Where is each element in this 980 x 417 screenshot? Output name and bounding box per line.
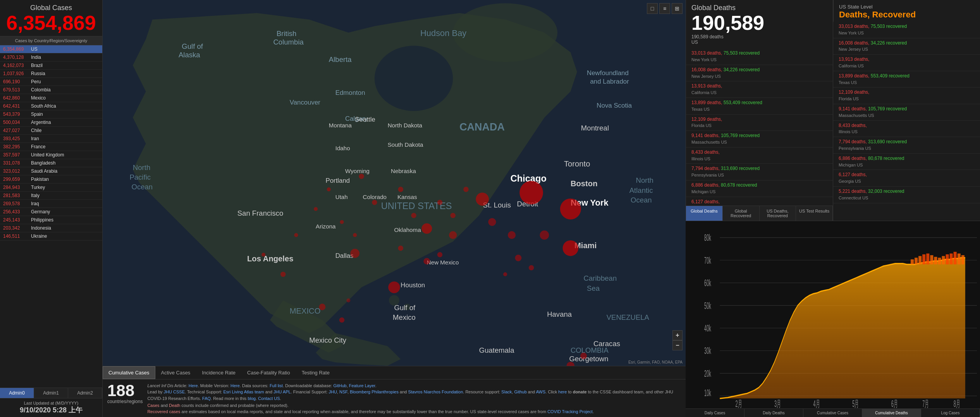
state-list-item[interactable]: 8,433 deaths, Illinois US <box>686 148 833 164</box>
tab-case-fatality[interactable]: Case-Fatality Ratio <box>241 366 296 379</box>
map-view-btn-3[interactable]: ⊞ <box>672 3 683 14</box>
right-tab-global-recovered[interactable]: Global Recovered <box>723 206 760 221</box>
svg-text:Hudson Bay: Hudson Bay <box>420 28 466 38</box>
cases-list-item[interactable]: 284,943Turkey <box>0 184 102 192</box>
svg-point-68 <box>563 240 578 256</box>
cases-list-item[interactable]: 642,860Mexico <box>0 94 102 102</box>
us-state-list-item[interactable]: 7,794 deaths, 313,690 recoveredPennsylva… <box>833 137 980 154</box>
svg-point-1 <box>453 3 557 62</box>
cases-list-item[interactable]: 357,597United Kingdom <box>0 151 102 159</box>
zoom-out-button[interactable]: − <box>672 340 683 350</box>
tab-incidence-rate[interactable]: Incidence Rate <box>196 366 241 379</box>
cases-list-item[interactable]: 269,578Iraq <box>0 200 102 208</box>
us-state-list-item[interactable]: 9,141 deaths, 105,769 recoveredMassachus… <box>833 104 980 121</box>
map-view-btn-1[interactable]: □ <box>647 3 658 14</box>
svg-point-74 <box>488 218 496 226</box>
right-tab-us-test[interactable]: US Test Results <box>796 206 833 221</box>
svg-text:Georgetown: Georgetown <box>569 355 609 363</box>
us-state-list-item[interactable]: 5,221 deaths, 32,003 recoveredConnecticu… <box>833 187 980 203</box>
state-list-item[interactable]: 6,886 deaths, 80,678 recoveredMichigan U… <box>686 180 833 197</box>
cases-list-item[interactable]: 382,295France <box>0 143 102 151</box>
svg-text:Vancouver: Vancouver <box>290 99 321 106</box>
svg-text:Nova Scotia: Nova Scotia <box>597 102 632 109</box>
cases-list-item[interactable]: 323,012Saudi Arabia <box>0 167 102 175</box>
cases-list-item[interactable]: 1,037,926Russia <box>0 70 102 78</box>
svg-text:Montreal: Montreal <box>581 124 609 132</box>
svg-text:Montana: Montana <box>329 122 352 129</box>
svg-text:Arizona: Arizona <box>316 223 336 230</box>
us-state-list-item[interactable]: 16,008 deaths, 34,226 recoveredNew Jerse… <box>833 38 980 55</box>
chart-tab-daily-cases[interactable]: Daily Cases <box>686 409 744 417</box>
cases-list-item[interactable]: 500,034Argentina <box>0 118 102 127</box>
right-tabs: Global Deaths Global Recovered US Deaths… <box>686 206 833 221</box>
state-list-item[interactable]: 16,008 deaths, 34,226 recoveredNew Jerse… <box>686 65 833 82</box>
svg-point-87 <box>314 207 318 211</box>
map-attribution: Esri, Garmin, FAO, NOAA, EPA <box>628 360 683 364</box>
svg-text:2月: 2月 <box>735 398 742 408</box>
us-state-list-item[interactable]: 8,433 deaths, Illinois US <box>833 121 980 137</box>
cases-list-item[interactable]: 393,425Iran <box>0 135 102 143</box>
svg-point-79 <box>398 187 403 192</box>
svg-point-98 <box>339 317 344 323</box>
state-list-item[interactable]: 7,794 deaths, 313,690 recoveredPennsylva… <box>686 164 833 180</box>
chart-tab-cumulative-cases[interactable]: Cumulative Cases <box>803 409 862 417</box>
svg-point-73 <box>449 231 457 239</box>
us-state-list-item[interactable]: 13,899 deaths, 553,409 recoveredTexas US <box>833 71 980 88</box>
admin-tab-1[interactable]: Admin1 <box>34 388 68 398</box>
state-list-item[interactable]: 6,127 deaths, Georgia US <box>686 197 833 206</box>
us-state-list-item[interactable]: 6,127 deaths, Georgia US <box>833 170 980 187</box>
state-list-item[interactable]: 13,913 deaths, California US <box>686 81 833 98</box>
us-state-list-item[interactable]: 33,013 deaths, 75,503 recoveredNew York … <box>833 22 980 38</box>
tab-testing-rate[interactable]: Testing Rate <box>296 366 335 379</box>
admin-tab-2[interactable]: Admin2 <box>68 388 102 398</box>
zoom-in-button[interactable]: + <box>672 330 683 340</box>
tab-cumulative-cases[interactable]: Cumulative Cases <box>103 366 155 379</box>
state-list-item[interactable]: 33,013 deaths, 75,503 recoveredNew York … <box>686 48 833 65</box>
svg-point-78 <box>372 200 377 205</box>
cases-list-item[interactable]: 4,162,073Brazil <box>0 62 102 70</box>
cases-list-item[interactable]: 6,354,869US <box>0 45 102 53</box>
svg-text:Kansas: Kansas <box>397 194 417 200</box>
cases-list-item[interactable]: 543,379Spain <box>0 110 102 118</box>
admin-tab-0[interactable]: Admin0 <box>0 388 34 398</box>
svg-text:5月: 5月 <box>852 398 859 408</box>
global-deaths-header: Global Deaths 190,589 190,589 deaths US <box>686 0 833 47</box>
chart-tab-log-cases[interactable]: Log Cases <box>921 409 980 417</box>
svg-text:Pacific: Pacific <box>129 173 151 181</box>
cases-list-item[interactable]: 679,513Colombia <box>0 86 102 94</box>
us-state-list-item[interactable]: 6,886 deaths, 80,678 recoveredMichigan U… <box>833 154 980 170</box>
cases-list-item[interactable]: 642,431South Africa <box>0 102 102 110</box>
state-list-item[interactable]: 12,109 deaths, Florida US <box>686 115 833 131</box>
cases-list-item[interactable]: 696,190Peru <box>0 78 102 86</box>
cases-list-item[interactable]: 4,370,128India <box>0 53 102 62</box>
cases-list-item[interactable]: 427,027Chile <box>0 127 102 135</box>
svg-text:Alberta: Alberta <box>329 55 352 63</box>
svg-text:Caracas: Caracas <box>593 340 620 348</box>
chart-tab-daily-deaths[interactable]: Daily Deaths <box>744 409 803 417</box>
cases-list-item[interactable]: 299,659Pakistan <box>0 175 102 184</box>
cases-list-item[interactable]: 146,511Ukraine <box>0 232 102 240</box>
svg-text:Portland: Portland <box>325 177 350 184</box>
right-tab-us-deaths[interactable]: US Deaths, Recovered <box>760 206 796 221</box>
svg-text:Havana: Havana <box>547 310 572 318</box>
us-state-list-item[interactable]: 12,109 deaths, Florida US <box>833 88 980 104</box>
svg-point-90 <box>280 272 285 277</box>
cases-list-item[interactable]: 331,078Bangladesh <box>0 159 102 167</box>
cases-list-item[interactable]: 281,583Italy <box>0 192 102 200</box>
global-cases-title: Global Cases <box>4 4 98 12</box>
global-cases-header: Global Cases 6,354,869 <box>0 0 102 36</box>
state-list-item[interactable]: 13,899 deaths, 553,409 recoveredTexas US <box>686 98 833 115</box>
map-container[interactable]: Hudson Bay CANADA UNITED STATES MEXICO N… <box>103 0 686 366</box>
right-tab-global-deaths[interactable]: Global Deaths <box>686 206 723 221</box>
chart-tab-cumulative-deaths[interactable]: Cumulative Deaths <box>862 409 921 417</box>
svg-point-69 <box>476 193 489 206</box>
svg-point-72 <box>350 249 359 258</box>
chart-area: 80k 70k 60k 50k 40k 30k 20k 10k 2月 3月 <box>686 221 980 408</box>
tab-active-cases[interactable]: Active Cases <box>155 366 196 379</box>
cases-list-item[interactable]: 256,433Germany <box>0 208 102 216</box>
us-state-list-item[interactable]: 13,913 deaths, California US <box>833 55 980 71</box>
state-list-item[interactable]: 9,141 deaths, 105,769 recoveredMassachus… <box>686 131 833 148</box>
cases-list-item[interactable]: 245,143Philippines <box>0 216 102 224</box>
map-view-btn-2[interactable]: ≡ <box>659 3 670 14</box>
cases-list-item[interactable]: 203,342Indonesia <box>0 224 102 232</box>
